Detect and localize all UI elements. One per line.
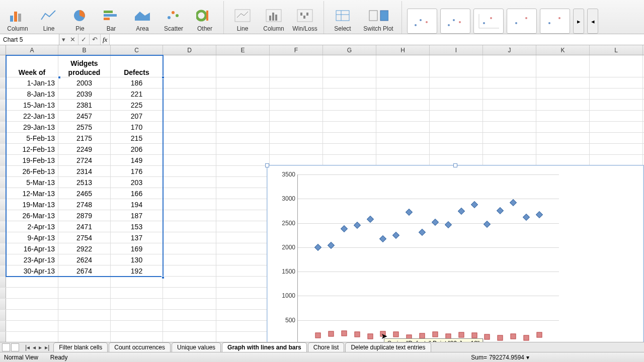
col-header-K[interactable]: K (536, 45, 590, 55)
selection-handle-2[interactable] (58, 76, 61, 79)
row-header[interactable] (0, 299, 6, 309)
cell-defects[interactable]: 225 (111, 100, 163, 110)
switch-plot-button[interactable]: Switch Plot (358, 1, 398, 34)
cell-defects[interactable]: 169 (111, 243, 163, 254)
cell-widgets[interactable]: 2381 (58, 100, 111, 110)
sheet-tab[interactable]: Filter blank cells (53, 342, 108, 352)
widgets-point[interactable] (328, 242, 335, 249)
col-header-E[interactable]: E (216, 45, 270, 55)
col-header-C[interactable]: C (111, 45, 163, 55)
cell-week[interactable]: 26-Feb-13 (6, 166, 58, 176)
defects-point[interactable] (420, 333, 425, 339)
row-header[interactable] (0, 310, 6, 320)
defects-point[interactable] (498, 335, 503, 340)
sheet-tab[interactable]: Chore list (308, 342, 345, 352)
col-header-D[interactable]: D (163, 45, 216, 55)
defects-point[interactable] (328, 331, 334, 336)
cell-widgets[interactable]: 2748 (58, 199, 111, 210)
cell-widgets[interactable]: 2465 (58, 188, 111, 199)
cell-widgets[interactable]: 2003 (58, 77, 111, 88)
sheet-tab[interactable]: Count occurrences (109, 342, 171, 352)
cell-defects[interactable]: 176 (111, 166, 163, 176)
cell-defects[interactable]: 130 (111, 254, 163, 265)
widgets-point[interactable] (497, 207, 504, 214)
widgets-point[interactable] (392, 232, 399, 239)
widgets-point[interactable] (458, 208, 465, 215)
cell-week[interactable]: 12-Feb-13 (6, 144, 58, 154)
col-header-J[interactable]: J (483, 45, 536, 55)
cell-widgets[interactable]: 2624 (58, 254, 111, 265)
cell-widgets[interactable]: 2039 (58, 88, 111, 99)
next-tab-button[interactable]: ▸ (38, 344, 43, 351)
cell-widgets[interactable]: 2922 (58, 243, 111, 254)
sheet-tab[interactable]: Graph with lines and bars (222, 342, 307, 352)
row-header[interactable] (0, 188, 6, 199)
widgets-point[interactable] (419, 228, 426, 235)
cell-defects[interactable]: 187 (111, 210, 163, 221)
cell-defects[interactable]: 203 (111, 177, 163, 188)
cell-widgets[interactable]: 2879 (58, 210, 111, 221)
widgets-point[interactable] (379, 235, 386, 242)
cell-defects[interactable]: 206 (111, 144, 163, 154)
name-box[interactable]: Chart 5 (0, 34, 59, 45)
cell-defects[interactable]: 149 (111, 155, 163, 165)
accept-formula-button[interactable]: ✓ (78, 34, 90, 45)
cancel-formula-button[interactable]: ✕ (67, 34, 78, 45)
cell-week[interactable]: 19-Mar-13 (6, 199, 58, 210)
defects-point[interactable] (458, 332, 464, 338)
defects-point[interactable] (524, 335, 529, 341)
cell-week[interactable]: 23-Apr-13 (6, 254, 58, 265)
defects-point[interactable] (341, 331, 347, 336)
row-header[interactable] (0, 232, 6, 243)
style-thumb-4[interactable] (507, 9, 537, 34)
defects-point[interactable] (511, 333, 516, 339)
cell-defects[interactable]: 137 (111, 232, 163, 243)
row-header[interactable] (0, 177, 6, 188)
defects-point[interactable] (354, 332, 360, 337)
cell-widgets[interactable]: 2314 (58, 166, 111, 176)
sheet-tab[interactable]: Unique values (172, 342, 221, 352)
formula-input[interactable] (109, 34, 644, 45)
row-header[interactable] (0, 155, 6, 165)
autosum-display[interactable]: Sum=792274.9594 ▾ (471, 354, 529, 361)
cell-widgets[interactable]: 2175 (58, 133, 111, 143)
cell-week[interactable]: 15-Jan-13 (6, 100, 58, 110)
defects-point[interactable] (315, 333, 321, 338)
defects-point[interactable] (393, 332, 399, 337)
cell-widgets[interactable]: 2249 (58, 144, 111, 154)
cell-widgets[interactable]: 2724 (58, 155, 111, 165)
header-defects[interactable]: Defects (111, 55, 163, 77)
normal-view-button[interactable] (2, 343, 10, 351)
select-all-corner[interactable] (0, 45, 6, 55)
row-header[interactable] (0, 199, 6, 210)
row-header[interactable] (0, 265, 6, 276)
cell-week[interactable]: 8-Jan-13 (6, 88, 58, 99)
cell-week[interactable]: 29-Jan-13 (6, 122, 58, 132)
select-data-button[interactable]: Select (327, 1, 358, 34)
cell-week[interactable]: 5-Mar-13 (6, 177, 58, 188)
row-header[interactable] (0, 277, 6, 287)
cell-week[interactable]: 22-Jan-13 (6, 111, 58, 121)
row-header[interactable] (0, 144, 6, 154)
defects-point[interactable] (537, 332, 542, 338)
pie-chart-button[interactable]: Pie (64, 1, 96, 34)
col-header-G[interactable]: G (323, 45, 376, 55)
row-header[interactable] (0, 210, 6, 221)
cell-defects[interactable]: 153 (111, 221, 163, 232)
fill-handle[interactable] (162, 276, 165, 279)
cell-week[interactable]: 16-Apr-13 (6, 243, 58, 254)
header-widgets[interactable]: Widgets produced (58, 55, 111, 77)
row-header[interactable] (0, 332, 6, 342)
row-header[interactable] (0, 122, 6, 132)
widgets-point[interactable] (510, 199, 517, 206)
sheet-tab[interactable]: Delete duplicate text entries (345, 342, 431, 352)
chart-object[interactable]: 17-Dec-126-Jan-1326-Jan-1316-Apr-136-May… (267, 165, 644, 351)
sparkline-column-button[interactable]: Column (258, 1, 289, 34)
defects-point[interactable] (432, 332, 438, 337)
widgets-point[interactable] (471, 201, 478, 208)
selection-handle[interactable] (162, 76, 165, 79)
cell-widgets[interactable]: 2457 (58, 111, 111, 121)
cell-defects[interactable]: 170 (111, 122, 163, 132)
spreadsheet-grid[interactable]: A B C D E F G H I J K L Week of Widgets … (0, 45, 644, 351)
row-header[interactable] (0, 221, 6, 232)
